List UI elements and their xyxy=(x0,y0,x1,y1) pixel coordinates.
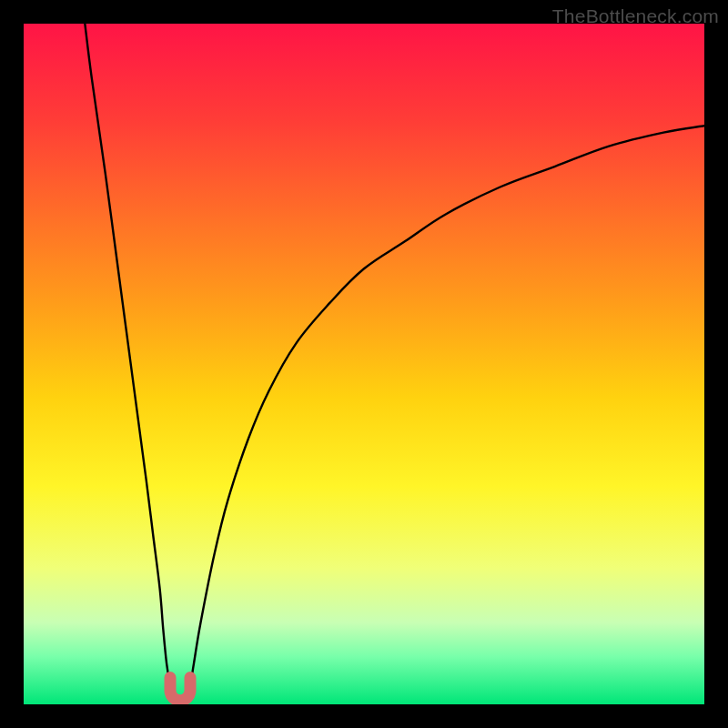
chart-frame: TheBottleneck.com xyxy=(0,0,728,728)
bottleneck-curve xyxy=(85,24,704,698)
watermark-text: TheBottleneck.com xyxy=(552,5,719,27)
valley-marker xyxy=(170,678,190,701)
chart-curve xyxy=(24,24,704,704)
chart-plot-area xyxy=(24,24,704,704)
